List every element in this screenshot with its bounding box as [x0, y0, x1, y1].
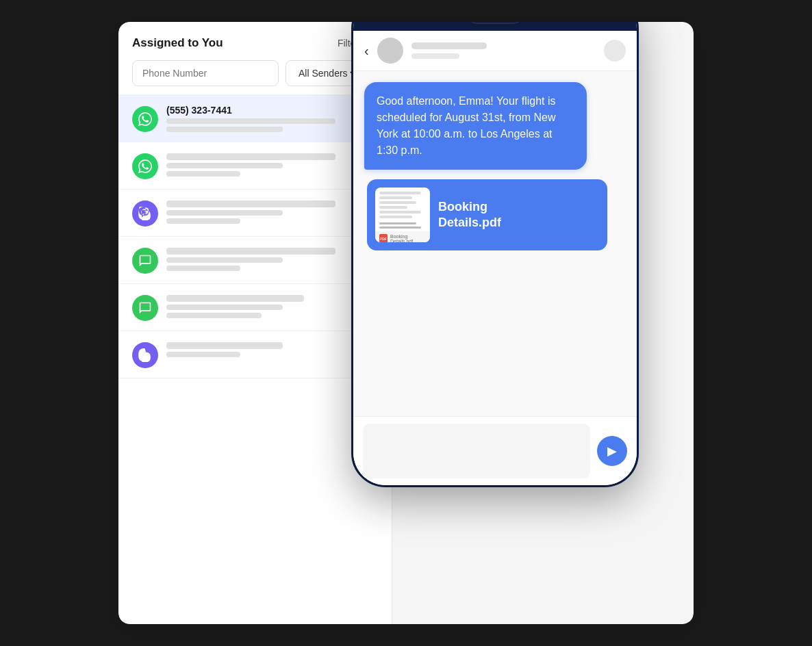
- whatsapp-icon: [132, 153, 158, 179]
- conv-preview-line: [166, 257, 283, 263]
- file-preview: PDF Booking Details.pdf: [375, 188, 430, 242]
- right-panel: ‹ Good afternoon, Emma! Your flight is s…: [392, 22, 694, 624]
- contact-info: [411, 42, 596, 59]
- phone-chat-header: ‹: [353, 31, 637, 71]
- conv-preview-line: [166, 248, 335, 255]
- phone-input-area: ▶: [353, 416, 637, 485]
- phone-search-input[interactable]: [132, 60, 279, 86]
- phone-mockup: ‹ Good afternoon, Emma! Your flight is s…: [351, 22, 639, 487]
- sender-select[interactable]: All Senders WhatsApp Viber SMS: [296, 67, 359, 79]
- title-row: Assigned to You Filter: [132, 36, 378, 51]
- conv-content: [166, 246, 378, 271]
- file-preview-footer: PDF Booking Details.pdf: [375, 231, 430, 242]
- conv-phone-number: (555) 323-7441: [166, 105, 378, 116]
- conv-preview-line: [166, 127, 283, 132]
- conv-preview-line: [166, 295, 304, 302]
- panel-title: Assigned to You: [132, 36, 223, 50]
- contact-name-bar: [411, 42, 487, 49]
- preview-line: [379, 192, 421, 194]
- contact-avatar: [377, 38, 403, 64]
- conv-preview-line: [166, 118, 335, 124]
- conv-preview-line: [166, 171, 240, 177]
- conv-content: (555) 323-7441: [166, 105, 378, 132]
- pdf-icon: PDF: [379, 234, 388, 242]
- conv-content: [166, 199, 378, 224]
- preview-line: [379, 196, 412, 199]
- phone-chat-body: Good afternoon, Emma! Your flight is sch…: [353, 71, 637, 416]
- phone-inner: ‹ Good afternoon, Emma! Your flight is s…: [353, 22, 637, 485]
- conv-content: [166, 152, 378, 177]
- conv-preview-line: [166, 201, 335, 207]
- conv-preview-line: [166, 342, 283, 349]
- contact-status-bar: [411, 53, 459, 59]
- main-container: Assigned to You Filter: [118, 22, 694, 624]
- message-text: Good afternoon, Emma! Your flight is sch…: [377, 95, 555, 156]
- send-button[interactable]: ▶: [597, 436, 627, 466]
- message-bubble: Good afternoon, Emma! Your flight is sch…: [364, 82, 587, 170]
- phone-notch: [468, 22, 522, 24]
- file-attachment-bubble[interactable]: PDF Booking Details.pdf BookingDetails.p…: [367, 179, 607, 250]
- conv-preview-line: [166, 305, 283, 310]
- pdf-filename: Booking Details.pdf: [390, 234, 426, 242]
- conv-preview-line: [166, 153, 335, 160]
- conv-preview-line: [166, 163, 283, 168]
- conv-preview-line: [166, 266, 240, 271]
- preview-line: [379, 211, 421, 214]
- viber-icon: [132, 342, 158, 368]
- viber-icon: [132, 201, 158, 227]
- conv-preview-line: [166, 218, 240, 224]
- file-preview-lines: [375, 188, 430, 222]
- sms-icon: [132, 295, 158, 321]
- search-row: All Senders WhatsApp Viber SMS ▾: [132, 60, 378, 86]
- back-button[interactable]: ‹: [364, 43, 369, 59]
- conv-content: [166, 341, 378, 357]
- whatsapp-icon: [132, 106, 158, 132]
- preview-line: [379, 216, 412, 218]
- preview-line: [379, 201, 416, 204]
- conv-preview-line: [166, 313, 262, 318]
- file-name-label: BookingDetails.pdf: [438, 199, 501, 231]
- message-input-field[interactable]: [363, 424, 590, 478]
- conv-preview-line: [166, 352, 240, 357]
- file-info: BookingDetails.pdf: [438, 199, 501, 231]
- conv-preview-line: [166, 210, 283, 216]
- phone-status-bar: [353, 22, 637, 31]
- send-icon: ▶: [607, 443, 617, 458]
- preview-line: [379, 206, 407, 209]
- conv-content: [166, 294, 378, 318]
- phone-action-button[interactable]: [604, 40, 626, 62]
- sms-icon: [132, 248, 158, 274]
